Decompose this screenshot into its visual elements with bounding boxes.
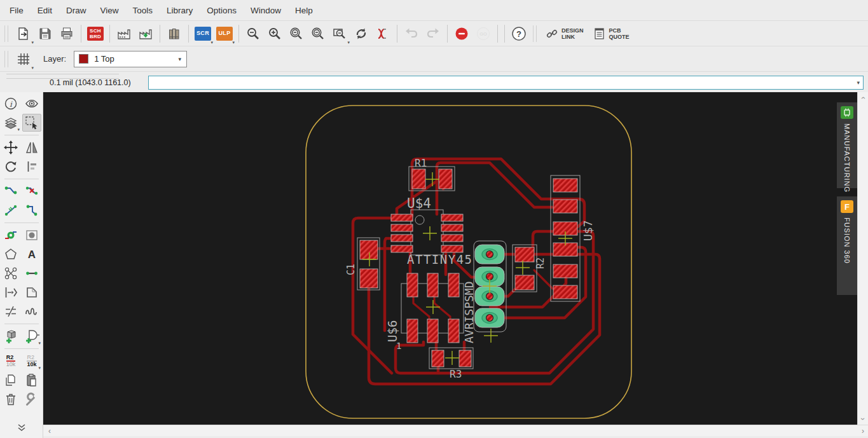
selection-icon [24, 115, 39, 130]
run-ulp-button[interactable]: ULP ▾ [214, 23, 235, 44]
new-board-button[interactable]: ▾ [13, 23, 34, 44]
scroll-right-icon[interactable]: › [858, 426, 868, 436]
print-button[interactable] [56, 23, 78, 44]
layer-dropdown[interactable]: 1 Top ▾ [74, 51, 187, 67]
via-tool[interactable] [1, 226, 20, 244]
select-tool[interactable] [22, 114, 41, 132]
toolbar-separator [109, 25, 110, 43]
wire-tool[interactable] [22, 264, 41, 282]
info-icon: i [3, 96, 18, 111]
cam-export-button[interactable] [135, 23, 156, 44]
copy-tool[interactable] [1, 371, 20, 389]
manufacturing-tab[interactable]: MANUFACTURING [837, 102, 857, 188]
menu-edit[interactable]: Edit [31, 6, 59, 15]
rotate-tool[interactable] [1, 158, 20, 175]
layers-icon [3, 115, 18, 130]
name-tool[interactable]: R210k [1, 352, 20, 370]
label-c1: C1 [345, 264, 357, 275]
library-manager-button[interactable] [163, 23, 185, 44]
trash-icon [3, 392, 18, 407]
go-button[interactable]: GO [472, 23, 494, 44]
zoom-fit-button[interactable] [242, 23, 264, 44]
design-link-button[interactable]: DESIGNLINK [541, 23, 589, 44]
route-tool[interactable] [1, 182, 20, 200]
display-layers-tool[interactable]: ▾ [1, 114, 20, 132]
paste-tool[interactable] [22, 371, 41, 389]
toolbar-separator [504, 25, 505, 43]
menu-options[interactable]: Options [200, 6, 244, 15]
change-tool[interactable] [22, 390, 41, 408]
wire-icon [24, 266, 39, 281]
info-tool[interactable]: i [1, 95, 20, 113]
menu-library[interactable]: Library [160, 6, 200, 15]
ratsnest-tool[interactable] [1, 264, 20, 282]
meander-tool[interactable] [22, 303, 41, 320]
zoom-out-button[interactable] [286, 23, 307, 44]
move-tool[interactable] [1, 139, 20, 156]
mitre-button[interactable] [372, 23, 394, 44]
menu-view[interactable]: View [93, 6, 126, 15]
add-gate-tool[interactable]: ▾ [22, 327, 41, 345]
pcb-quote-button[interactable]: PCBQUOTE [589, 23, 635, 44]
switch-sch-brd-button[interactable]: SCHBRD [85, 23, 106, 44]
label-r2: R2 [535, 257, 546, 269]
command-bar: 0.1 mil (1043.0 1161.0) ▾ [0, 72, 868, 92]
menu-window[interactable]: Window [244, 6, 288, 15]
menu-draw[interactable]: Draw [59, 6, 93, 15]
toolbar-separator [238, 25, 239, 43]
link-icon [546, 28, 558, 39]
refresh-button[interactable] [350, 23, 372, 44]
redo-button[interactable] [422, 23, 444, 44]
group-icon [24, 159, 39, 174]
add-part-tool[interactable] [1, 327, 20, 345]
palette-more-button[interactable] [10, 421, 33, 434]
zoom-select-button[interactable]: ▾ [329, 23, 350, 44]
polygon-tool[interactable] [1, 245, 20, 263]
value-tool[interactable]: R210k▾ [22, 352, 41, 370]
zoom-fit-icon [245, 26, 261, 41]
save-button[interactable] [34, 23, 56, 44]
stop-button[interactable] [451, 23, 472, 44]
wrench-icon [24, 392, 39, 407]
paste-icon [24, 373, 39, 388]
cam-export-icon [137, 26, 154, 41]
split-tool[interactable] [1, 303, 20, 320]
show-tool[interactable] [22, 95, 41, 113]
command-input[interactable] [148, 76, 864, 90]
cam-processor-button[interactable] [113, 23, 135, 44]
help-button[interactable]: ? [508, 23, 530, 44]
run-script-button[interactable]: SCR ▾ [192, 23, 214, 44]
dropdown-caret-icon: ▾ [31, 65, 34, 70]
delete-tool[interactable] [1, 390, 20, 408]
group-tool[interactable] [22, 158, 41, 175]
toolbar-grip [4, 25, 8, 42]
route-airwire-tool[interactable] [1, 202, 20, 219]
zoom-redraw-button[interactable] [307, 23, 329, 44]
label-attiny: ATTINY45 [407, 252, 473, 266]
ripup-tool[interactable] [22, 182, 41, 200]
vertical-scrollbar[interactable]: › › [857, 92, 868, 425]
label-u4: U$4 [407, 196, 431, 211]
zoom-in-button[interactable] [264, 23, 286, 44]
palette-divider [4, 324, 39, 324]
horizontal-scrollbar[interactable]: ‹ › [43, 425, 868, 436]
scroll-left-icon[interactable]: ‹ [45, 426, 55, 436]
add-gate-icon [24, 328, 40, 345]
menu-help[interactable]: Help [288, 6, 320, 15]
chip-icon [841, 106, 853, 119]
miter-tool[interactable] [22, 284, 41, 301]
pad-tool[interactable] [22, 226, 41, 244]
undo-button[interactable] [401, 23, 422, 44]
scroll-up-icon[interactable]: › [858, 93, 868, 103]
scroll-down-icon[interactable]: › [858, 414, 868, 424]
dimension-tool[interactable] [1, 284, 20, 301]
route-bend-tool[interactable] [22, 202, 41, 219]
grid-button[interactable]: ▾ [13, 48, 34, 70]
fusion-360-tab[interactable]: F FUSION 360 [837, 196, 857, 295]
board-canvas[interactable]: R1 U$4 ATTINY45 C1 U$6 1 R3 AVRISPSMD R2… [43, 92, 857, 425]
mirror-tool[interactable] [22, 139, 41, 156]
command-history-caret-icon[interactable]: ▾ [857, 81, 860, 85]
menu-tools[interactable]: Tools [126, 6, 160, 15]
text-tool[interactable]: A [22, 245, 41, 263]
menu-file[interactable]: File [3, 6, 31, 15]
